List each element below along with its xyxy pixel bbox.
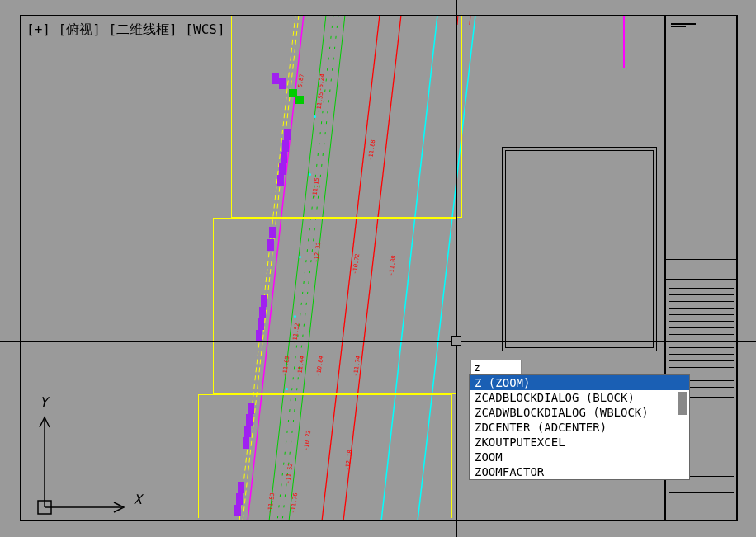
block-marker [256, 330, 262, 342]
block-marker [259, 307, 266, 318]
block-marker [267, 239, 274, 251]
block-marker [234, 505, 241, 516]
autocomplete-item[interactable]: ZOOMFACTOR [470, 464, 689, 479]
survey-tick [299, 256, 301, 258]
cad-viewport[interactable]: [+] [俯视] [二维线框] [WCS] X Y -6.87 -6.24 -1… [0, 0, 756, 537]
block-marker [243, 437, 249, 449]
command-autocomplete[interactable]: Z (ZOOM) ZCADBLOCKDIALOG (BLOCK) ZCADWBL… [469, 374, 690, 480]
ucs-x-label: X [134, 492, 142, 507]
block-marker [261, 295, 267, 307]
survey-tick [294, 315, 296, 318]
crosshair-pickbox [451, 336, 461, 346]
block-marker [295, 96, 304, 104]
survey-tick [314, 115, 316, 118]
crosshair-vertical [456, 0, 457, 537]
block-marker [279, 163, 286, 175]
block-marker [244, 426, 251, 437]
autocomplete-scrollbar-thumb[interactable] [678, 392, 687, 415]
block-marker [258, 318, 264, 330]
command-input[interactable] [470, 360, 522, 374]
block-marker [248, 403, 254, 414]
block-marker [277, 175, 284, 186]
survey-tick [286, 388, 288, 390]
block-marker [236, 493, 243, 505]
block-marker [246, 414, 253, 426]
block-marker [279, 78, 286, 89]
crosshair-horizontal [0, 341, 756, 342]
viewport-view[interactable]: [俯视] [59, 21, 101, 39]
viewport-cs[interactable]: [WCS] [185, 21, 224, 37]
autocomplete-item[interactable]: ZKOUTPUTEXCEL [470, 435, 689, 450]
autocomplete-item[interactable]: ZOOM [470, 450, 689, 464]
viewport-style[interactable]: [二维线框] [108, 21, 177, 39]
ucs-y-label: Y [40, 394, 48, 410]
autocomplete-item[interactable]: Z (ZOOM) [470, 375, 689, 390]
survey-tick [309, 173, 311, 176]
autocomplete-item[interactable]: ZDCENTER (ADCENTER) [470, 420, 689, 435]
viewport-toggle[interactable]: [+] [26, 21, 50, 37]
block-marker [269, 227, 276, 238]
autocomplete-item[interactable]: ZCADBLOCKDIALOG (BLOCK) [470, 390, 689, 405]
ucs-icon[interactable]: X Y [33, 394, 140, 518]
block-marker [281, 152, 287, 163]
block-marker [238, 482, 244, 493]
viewport-controls[interactable]: [+] [俯视] [二维线框] [WCS] [26, 21, 225, 39]
autocomplete-item[interactable]: ZCADWBLOCKDIALOG (WBLOCK) [470, 405, 689, 420]
block-marker [282, 140, 289, 152]
block-marker [272, 73, 279, 84]
block-marker [284, 129, 291, 140]
